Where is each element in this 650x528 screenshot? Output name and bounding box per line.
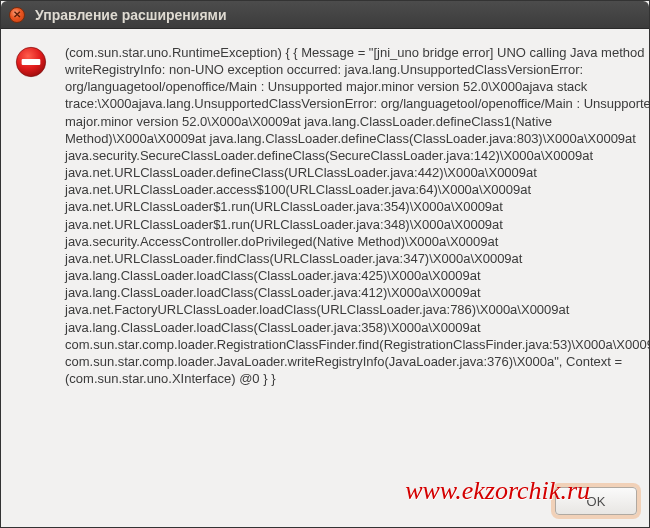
ok-button[interactable]: OK [555, 487, 637, 515]
window-title: Управление расширениями [35, 7, 227, 23]
error-message: (com.sun.star.uno.RuntimeException) { { … [65, 44, 649, 387]
dialog-content: (com.sun.star.uno.RuntimeException) { { … [1, 29, 649, 481]
error-icon [15, 46, 47, 78]
icon-column [15, 44, 59, 473]
message-column: (com.sun.star.uno.RuntimeException) { { … [59, 44, 649, 473]
svg-rect-1 [22, 59, 41, 65]
close-button[interactable]: ✕ [9, 7, 25, 23]
dialog-window: ✕ Управление расширениями (com.sun.star.… [0, 0, 650, 528]
titlebar: ✕ Управление расширениями [1, 1, 649, 29]
button-row: OK [1, 481, 649, 527]
close-icon: ✕ [13, 10, 21, 20]
